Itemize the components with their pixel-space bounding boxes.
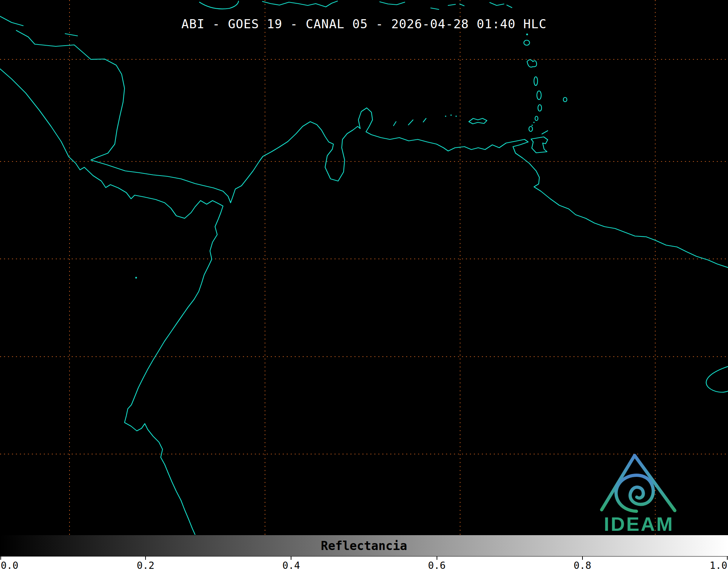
colorbar-tickmark <box>0 557 1 560</box>
island-tobago <box>542 131 548 134</box>
island-puerto-rico <box>380 2 405 5</box>
island-grenadines <box>533 122 535 123</box>
colorbar-ticks: 0.0 0.2 0.4 0.6 0.8 1.0 <box>0 557 728 571</box>
map-area: ABI - GOES 19 - CANAL 05 - 2026-04-28 01… <box>0 0 728 535</box>
colorbar-tick-label: 0.8 <box>573 560 591 571</box>
island-los-roques <box>455 116 457 117</box>
island-margarita <box>469 118 487 124</box>
island-barbuda <box>526 34 528 35</box>
island-dominica <box>534 77 538 85</box>
island-barbados <box>563 97 567 102</box>
colorbar-tickmark <box>727 557 728 560</box>
islands-northeast-antilles <box>490 3 512 8</box>
colorbar-tick-label: 1.0 <box>710 560 727 571</box>
colorbar-tick-label: 0.0 <box>1 560 18 571</box>
island-st-lucia <box>538 105 542 111</box>
colorbar-tick-label: 0.2 <box>137 560 155 571</box>
colorbar-label: Reflectancia <box>321 539 407 553</box>
island-martinique <box>537 91 541 100</box>
island-jamaica <box>199 1 239 9</box>
island-grenada <box>529 126 533 131</box>
colorbar: Reflectancia <box>0 535 728 557</box>
colorbar-tickmark <box>291 557 291 560</box>
island-st-vincent <box>535 116 538 121</box>
islands-lesser-antilles <box>524 34 567 132</box>
island-hispaniola <box>262 1 337 7</box>
island-los-roques <box>450 114 452 116</box>
coastline-pacific <box>0 69 223 535</box>
islands-abc <box>394 118 426 126</box>
island-small-pacific <box>135 277 137 279</box>
logo-text: IDEAM <box>604 513 674 535</box>
island-grenadines <box>531 125 533 126</box>
satellite-image-page: { "title": "ABI - GOES 19 - CANAL 05 - 2… <box>0 0 728 571</box>
coastline-caribbean <box>35 44 728 268</box>
colorbar-tickmark <box>437 557 437 560</box>
coastline-fragment-bottomright <box>706 366 728 392</box>
islands-virgin <box>431 4 464 9</box>
colorbar-tick-label: 0.6 <box>428 560 446 571</box>
ideam-logo: IDEAM <box>597 449 681 536</box>
island-los-roques <box>445 116 446 117</box>
colorbar-tickmark <box>582 557 583 560</box>
colorbar-tick-label: 0.4 <box>282 560 300 571</box>
island-trinidad <box>531 137 548 153</box>
image-title: ABI - GOES 19 - CANAL 05 - 2026-04-28 01… <box>0 17 728 31</box>
island-antigua <box>524 40 530 45</box>
island-guadeloupe <box>527 60 536 67</box>
mountain-icon <box>635 455 675 511</box>
colorbar-tickmark <box>145 557 146 560</box>
spiral-icon <box>616 475 653 511</box>
